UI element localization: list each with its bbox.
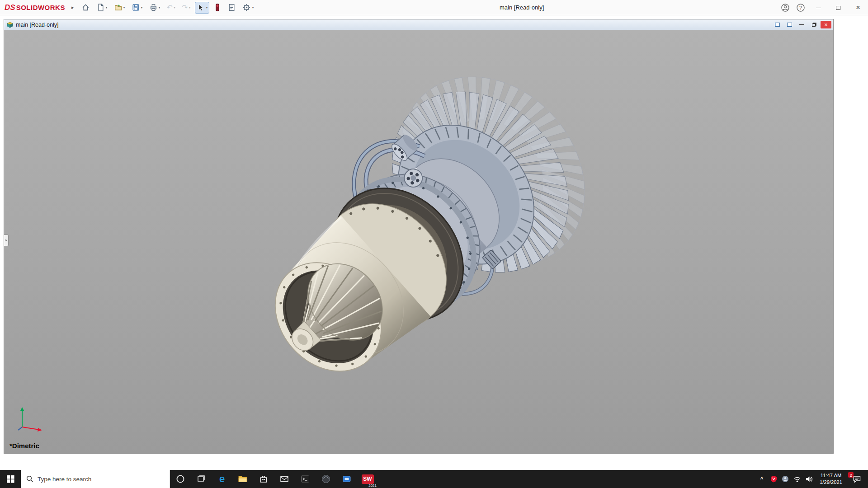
app-icon-file-explorer[interactable] (232, 470, 253, 488)
cortana-button[interactable] (170, 470, 191, 488)
document-window-controls: × (772, 21, 831, 28)
undo-dropdown-caret[interactable]: ▾ (174, 5, 175, 9)
print-icon (149, 3, 158, 12)
tray-show-hidden-icons-button[interactable]: ^ (756, 470, 768, 488)
app-close-button[interactable]: × (848, 0, 868, 15)
document-title: main [Read-only] (16, 22, 59, 28)
featuremanager-collapsed-tab[interactable] (4, 235, 9, 246)
undo-button[interactable]: ↶ ▾ (165, 2, 177, 14)
restore-icon (812, 23, 816, 27)
new-document-button[interactable]: ▾ (94, 2, 109, 14)
file-properties-icon (227, 3, 236, 12)
options-dropdown-caret[interactable]: ▾ (252, 5, 254, 9)
print-button[interactable]: ▾ (147, 2, 162, 14)
terminal-icon (300, 474, 310, 484)
system-tray: ^ 11:47 AM 1/29/2021 2 (756, 470, 868, 488)
tray-icon-antivirus[interactable] (768, 470, 779, 488)
view-orientation-label: *Dimetric (9, 442, 39, 450)
gear-icon (242, 3, 251, 12)
help-button[interactable]: ? (793, 0, 808, 15)
app-window-title: main [Read-only] (500, 0, 544, 15)
taskbar-search[interactable] (21, 470, 170, 488)
app-icon-dark[interactable] (316, 470, 336, 488)
app-icon-store[interactable] (253, 470, 274, 488)
undo-icon: ↶ (167, 4, 173, 11)
taskbar-clock[interactable]: 11:47 AM 1/29/2021 (815, 472, 847, 486)
doc-close-button[interactable]: × (821, 21, 831, 28)
options-button[interactable]: ▾ (241, 2, 255, 14)
shield-icon (770, 475, 777, 483)
open-dropdown-caret[interactable]: ▾ (123, 5, 125, 9)
select-tool-button[interactable]: ▾ (195, 2, 209, 14)
document-window: main [Read-only] × (4, 19, 834, 454)
file-explorer-icon (238, 474, 248, 484)
tray-icon-volume[interactable] (803, 470, 815, 488)
redo-button[interactable]: ↷ ▾ (180, 2, 192, 14)
clock-time: 11:47 AM (815, 472, 847, 479)
solidworks-logo[interactable]: DS SOLIDWORKS (5, 3, 65, 12)
minimize-icon (799, 24, 804, 25)
tray-icon-app-circle[interactable] (779, 470, 791, 488)
blue-app-icon (342, 474, 352, 484)
new-document-dropdown-caret[interactable]: ▾ (106, 5, 108, 9)
screen: { "app": { "brand": { "mark": "DS", "nam… (0, 0, 868, 488)
task-view-button[interactable] (191, 470, 212, 488)
redo-dropdown-caret[interactable]: ▾ (189, 5, 190, 9)
orientation-triad (16, 405, 46, 432)
doc-dock-right-button[interactable] (784, 21, 795, 28)
app-maximize-button[interactable] (828, 0, 848, 15)
app-icon-edge[interactable]: e (212, 470, 232, 488)
select-cursor-icon (197, 4, 205, 12)
wifi-icon (793, 475, 802, 483)
open-button[interactable]: ▾ (112, 2, 127, 14)
solidworks-app-icon: SW (362, 474, 374, 484)
clock-date: 1/29/2021 (815, 479, 847, 486)
app-titlebar: DS SOLIDWORKS ▸ ▾ ▾ ▾ ▾ ↶ ▾ ↷ ▾ (0, 0, 868, 15)
help-icon: ? (796, 3, 805, 12)
app-icon-solidworks-2021[interactable]: SW 2021 (357, 470, 378, 488)
save-icon (132, 3, 140, 12)
doc-minimize-button[interactable] (796, 21, 807, 28)
tray-icon-network[interactable] (791, 470, 803, 488)
action-center-icon (853, 475, 861, 483)
app-minimize-button[interactable] (808, 0, 828, 15)
toolbar-expand-arrow[interactable]: ▸ (71, 5, 74, 10)
dock-left-icon (775, 23, 780, 27)
print-dropdown-caret[interactable]: ▾ (159, 5, 160, 9)
redo-icon: ↷ (182, 4, 188, 11)
jet-engine-assembly (224, 40, 623, 425)
graphics-viewport[interactable]: *Dimetric (4, 30, 833, 453)
windows-logo-icon (7, 475, 14, 483)
open-folder-icon (114, 3, 123, 12)
app-icon-terminal[interactable] (295, 470, 316, 488)
3d-model-jet-engine[interactable] (4, 30, 833, 453)
windows-taskbar: e SW 2021 ^ 11:47 AM 1/29/2 (0, 470, 868, 488)
app-icon-mail[interactable] (274, 470, 295, 488)
save-dropdown-caret[interactable]: ▾ (141, 5, 143, 9)
home-button[interactable] (80, 2, 92, 14)
doc-restore-button[interactable] (808, 21, 819, 28)
featuremanager-tab-dot (5, 239, 7, 241)
app-icon-blue[interactable] (336, 470, 357, 488)
doc-dock-left-button[interactable] (772, 21, 783, 28)
close-icon: × (856, 3, 860, 12)
select-dropdown-caret[interactable]: ▾ (206, 5, 208, 9)
dark-app-icon (321, 474, 331, 484)
document-titlebar[interactable]: main [Read-only] × (4, 19, 833, 30)
close-icon: × (824, 21, 828, 28)
account-button[interactable] (778, 0, 793, 15)
search-input[interactable] (38, 476, 151, 483)
account-icon (781, 3, 790, 12)
task-view-icon (197, 474, 206, 483)
rebuild-button[interactable] (212, 2, 223, 14)
file-properties-button[interactable] (226, 2, 238, 14)
notification-badge: 2 (848, 472, 854, 478)
start-button[interactable] (0, 470, 21, 488)
cortana-icon (176, 474, 185, 483)
maximize-icon (836, 6, 840, 10)
quick-access-toolbar: ▾ ▾ ▾ ▾ ↶ ▾ ↷ ▾ ▾ (80, 2, 256, 14)
dock-right-icon (787, 23, 792, 27)
save-button[interactable]: ▾ (130, 2, 145, 14)
new-document-icon (96, 3, 105, 12)
action-center-button[interactable]: 2 (847, 470, 866, 488)
